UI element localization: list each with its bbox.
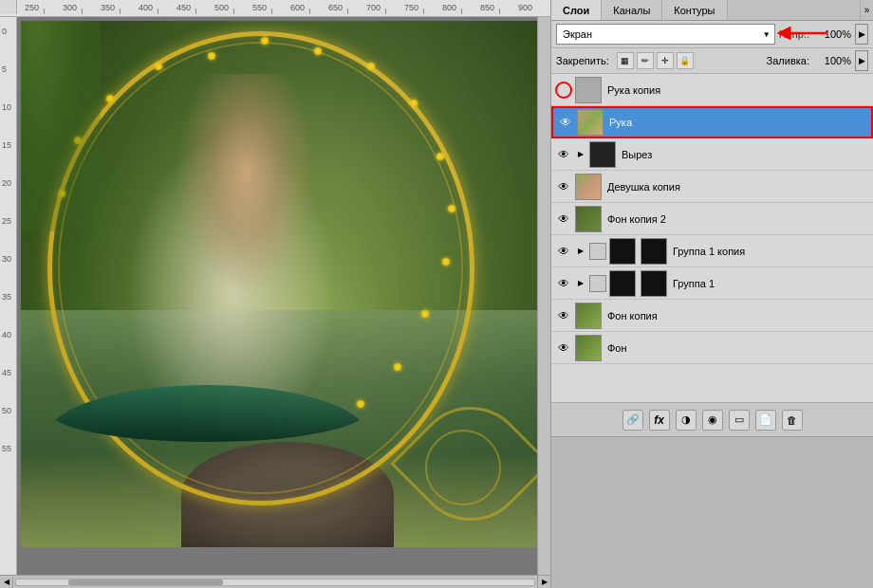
panel-collapse-btn[interactable]: » — [860, 0, 873, 20]
layer-item-fon-kopiya[interactable]: 👁 Фон копия — [551, 300, 873, 332]
fill-label: Заливка: — [767, 55, 809, 66]
right-panel: Слои Каналы Контуры » Экран — [550, 0, 873, 588]
scrollbar-track[interactable] — [15, 579, 535, 586]
group-btn[interactable]: ▭ — [729, 410, 750, 431]
lock-all-btn[interactable]: 🔒 — [677, 52, 694, 69]
layer-mask-5 — [641, 238, 667, 265]
ruler-horizontal: 250 300 350 400 450 500 550 600 — [0, 0, 550, 17]
layer-name-1: Рука — [609, 117, 867, 128]
mask-btn[interactable]: ◑ — [676, 410, 697, 431]
eye-icon-4[interactable]: 👁 — [555, 211, 572, 228]
layer-thumb-7 — [575, 303, 602, 329]
scroll-right-btn[interactable]: ▶ — [537, 576, 550, 589]
layer-item-fon-kopiya2[interactable]: 👁 Фон копия 2 — [551, 203, 873, 235]
eye-icon-0[interactable] — [555, 82, 572, 99]
layer-thumb-0 — [575, 77, 602, 103]
eye-icon-3[interactable]: 👁 — [555, 178, 572, 195]
scene — [21, 21, 537, 547]
app-container: 250 300 350 400 450 500 550 600 — [0, 0, 873, 588]
layer-name-2: Вырез — [622, 149, 869, 160]
layer-name-4: Фон копия 2 — [607, 213, 869, 225]
layer-expand-6[interactable]: ▶ — [575, 278, 586, 289]
new-layer-btn[interactable]: 📄 — [755, 410, 776, 431]
layer-item-fon[interactable]: 👁 Фон — [551, 332, 873, 364]
tab-channels[interactable]: Каналы — [602, 0, 662, 20]
lock-row: Закрепить: ▦ ✏ ✛ 🔒 Заливка: 100% ▶ — [551, 48, 873, 74]
layer-mask-6 — [641, 270, 667, 297]
panel-bottom: 🔗 fx ◑ ◉ ▭ 📄 🗑 — [551, 402, 873, 436]
layer-item-devushka[interactable]: 👁 Девушка копия — [551, 171, 873, 203]
canvas-viewport[interactable] — [17, 17, 537, 575]
canvas-with-ruler: 0 5 10 15 20 25 30 35 40 45 50 55 — [0, 17, 550, 575]
adjustment-btn[interactable]: ◉ — [702, 410, 723, 431]
panel-tabs: Слои Каналы Контуры » — [551, 0, 873, 21]
layer-thumb-4 — [575, 206, 602, 232]
lock-move-btn[interactable]: ✛ — [657, 52, 674, 69]
canvas-section: 250 300 350 400 450 500 550 600 — [0, 0, 550, 588]
layer-item-vyrez[interactable]: 👁 ▶ Вырез — [551, 138, 873, 171]
layer-name-7: Фон копия — [607, 310, 869, 322]
opacity-value: 100% — [813, 28, 851, 40]
opacity-label: Непр.: — [779, 28, 809, 40]
horizontal-scrollbar[interactable]: ◀ ▶ — [0, 575, 550, 588]
eye-icon-6[interactable]: 👁 — [555, 275, 572, 292]
layer-name-5: Группа 1 копия — [673, 246, 869, 257]
layer-thumb-6 — [609, 270, 636, 297]
light-fx — [21, 21, 537, 547]
scrollbar-thumb[interactable] — [68, 579, 224, 585]
blend-mode-dropdown[interactable]: Экран — [556, 24, 775, 45]
vertical-scrollbar[interactable] — [537, 17, 550, 575]
layer-item-ruka-kopiya[interactable]: Рука копия — [551, 74, 873, 106]
layer-expand-2[interactable]: ▶ — [575, 149, 586, 160]
blend-row: Экран Непр.: 100% ▶ — [551, 21, 873, 48]
layer-thumb-3 — [575, 174, 602, 200]
eye-icon-2[interactable]: 👁 — [555, 146, 572, 163]
link-btn[interactable]: 🔗 — [622, 410, 643, 431]
effects-btn[interactable]: fx — [649, 410, 670, 431]
tab-paths[interactable]: Контуры — [662, 0, 727, 20]
eye-icon-5[interactable]: 👁 — [555, 243, 572, 260]
layer-item-ruka[interactable]: 👁 Рука — [551, 106, 873, 138]
tab-layers[interactable]: Слои — [551, 0, 602, 20]
eye-icon-7[interactable]: 👁 — [555, 307, 572, 324]
lock-label: Закрепить: — [556, 55, 609, 66]
layer-name-8: Фон — [607, 342, 869, 354]
opacity-arrow-btn[interactable]: ▶ — [855, 24, 868, 45]
layer-name-0: Рука копия — [607, 84, 869, 96]
layer-thumb-2 — [589, 141, 616, 168]
layer-name-6: Группа 1 — [673, 278, 869, 289]
lock-icons: ▦ ✏ ✛ 🔒 — [617, 52, 694, 69]
ruler-vertical: 0 5 10 15 20 25 30 35 40 45 50 55 — [0, 17, 17, 575]
main-area: 250 300 350 400 450 500 550 600 — [0, 0, 873, 588]
layer-expand-5[interactable]: ▶ — [575, 246, 586, 257]
layer-item-gruppa1[interactable]: 👁 ▶ Группа 1 — [551, 267, 873, 300]
layer-thumb-8 — [575, 335, 602, 361]
fill-value: 100% — [813, 55, 851, 66]
eye-icon-8[interactable]: 👁 — [555, 340, 572, 357]
eye-icon-1[interactable]: 👁 — [557, 114, 574, 131]
delete-btn[interactable]: 🗑 — [782, 410, 803, 431]
layer-thumb-1 — [577, 109, 604, 136]
layers-list[interactable]: Рука копия 👁 Рука 👁 ▶ Вырез 👁 — [551, 74, 873, 402]
lower-panel — [551, 436, 873, 588]
fill-arrow-btn[interactable]: ▶ — [855, 50, 868, 71]
chain-icon-5 — [589, 243, 606, 260]
lock-paint-btn[interactable]: ✏ — [637, 52, 654, 69]
lock-transparent-btn[interactable]: ▦ — [617, 52, 634, 69]
canvas-image — [21, 21, 537, 547]
scroll-left-btn[interactable]: ◀ — [0, 576, 13, 589]
layer-name-3: Девушка копия — [607, 181, 869, 193]
layer-thumb-5 — [609, 238, 636, 265]
layer-item-gruppa1kopiya[interactable]: 👁 ▶ Группа 1 копия — [551, 235, 873, 267]
chain-icon-6 — [589, 275, 606, 292]
